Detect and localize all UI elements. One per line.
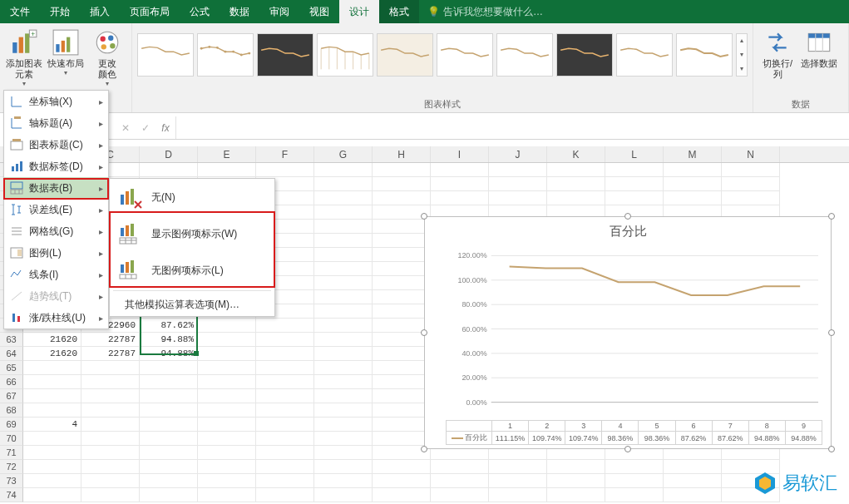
cell[interactable]: 94.88% [140,347,198,361]
style-thumb-6[interactable] [437,33,493,77]
menu-axis-title[interactable]: 轴标题(A)▸ [4,112,108,134]
row-header[interactable]: 64 [0,347,23,361]
cell[interactable]: 4 [23,418,81,432]
style-thumb-7[interactable] [496,33,553,77]
cell[interactable] [256,418,314,432]
tab-formula[interactable]: 公式 [180,0,220,23]
col-header-cell[interactable]: M [664,146,722,162]
cell[interactable] [81,474,140,488]
cell[interactable] [198,403,256,418]
cell[interactable] [314,389,373,403]
resize-handle[interactable] [624,446,631,452]
change-color-button[interactable]: 更改 颜色 ▾ [88,27,126,88]
cell[interactable] [23,446,81,460]
cell[interactable] [547,460,605,474]
cell[interactable] [314,488,373,502]
cell[interactable] [256,319,314,333]
cell[interactable]: 22787 [81,333,140,347]
menu-legend[interactable]: 图例(L)▸ [4,242,108,264]
cell[interactable] [198,446,256,460]
cell[interactable] [140,488,198,502]
select-data-button[interactable]: 选择数据 [800,27,838,69]
style-thumb-10[interactable] [676,33,733,77]
col-header-cell[interactable]: K [547,146,605,162]
cell[interactable] [198,389,256,403]
cell[interactable] [373,375,431,389]
cell[interactable] [256,474,314,488]
cell[interactable] [198,418,256,432]
cell[interactable] [314,460,373,474]
menu-updown[interactable]: 涨/跌柱线(U)▸ [4,307,108,329]
switch-row-col-button[interactable]: 切换行/列 [758,27,797,80]
cell[interactable] [373,488,431,502]
menu-chart-title[interactable]: 图表标题(C)▸ [4,134,108,156]
cell[interactable] [314,403,373,418]
row-header[interactable]: 69 [0,418,23,432]
submenu-no-legend[interactable]: 无图例项标示(L) [110,252,274,289]
cell[interactable] [664,460,722,474]
resize-handle[interactable] [421,446,427,452]
cell[interactable] [198,333,256,347]
cell[interactable] [373,474,431,488]
tab-home[interactable]: 开始 [40,0,80,23]
cell[interactable] [605,474,664,488]
cell[interactable] [140,474,198,488]
cell[interactable] [81,488,140,502]
resize-handle[interactable] [421,329,427,336]
cell[interactable]: 22787 [81,347,140,361]
menu-error-bar[interactable]: 误差线(E)▸ [4,199,108,220]
cell[interactable] [140,418,198,432]
menu-axis[interactable]: 坐标轴(X)▸ [4,91,108,112]
cell[interactable] [664,488,722,502]
cell[interactable] [140,403,198,418]
col-header-cell[interactable]: D [140,146,198,162]
cell[interactable] [23,488,81,502]
cell[interactable] [547,488,605,502]
cell[interactable] [256,460,314,474]
style-thumb-9[interactable] [616,33,673,77]
cell[interactable] [81,389,140,403]
col-header-cell[interactable]: L [605,146,664,162]
cell[interactable] [81,403,140,418]
tab-file[interactable]: 文件 [0,0,40,23]
style-thumb-3[interactable] [257,33,313,77]
cell[interactable] [198,488,256,502]
cell[interactable] [198,347,256,361]
cell[interactable] [23,389,81,403]
row-header[interactable]: 68 [0,403,23,418]
cell[interactable] [198,460,256,474]
tab-data[interactable]: 数据 [220,0,259,23]
cell[interactable] [81,361,140,375]
resize-handle[interactable] [828,213,835,220]
cell[interactable] [314,418,373,432]
menu-data-table[interactable]: 数据表(B)▸ [4,177,108,199]
cell[interactable] [81,460,140,474]
cell[interactable] [198,319,256,333]
submenu-none[interactable]: 无(N) [110,179,274,215]
cell[interactable]: 21620 [23,333,81,347]
cell[interactable] [140,460,198,474]
cell[interactable] [605,488,664,502]
resize-handle[interactable] [624,213,631,220]
row-header[interactable]: 73 [0,474,23,488]
cell[interactable] [373,432,431,446]
cell[interactable] [431,474,489,488]
cell[interactable]: 94.88% [140,333,198,347]
cell[interactable] [256,389,314,403]
cell[interactable] [198,474,256,488]
cell[interactable] [431,488,489,502]
cell[interactable] [256,432,314,446]
cell[interactable] [256,361,314,375]
col-header-cell[interactable]: N [722,146,780,162]
cell[interactable] [256,446,314,460]
cell[interactable] [23,460,81,474]
row-header[interactable]: 67 [0,389,23,403]
tab-insert[interactable]: 插入 [80,0,120,23]
row-header[interactable]: 70 [0,432,23,446]
cell[interactable] [81,418,140,432]
cell[interactable] [198,375,256,389]
cell[interactable] [489,488,547,502]
tab-design[interactable]: 设计 [339,0,379,23]
col-header-cell[interactable]: G [314,146,373,162]
cell[interactable] [605,460,664,474]
